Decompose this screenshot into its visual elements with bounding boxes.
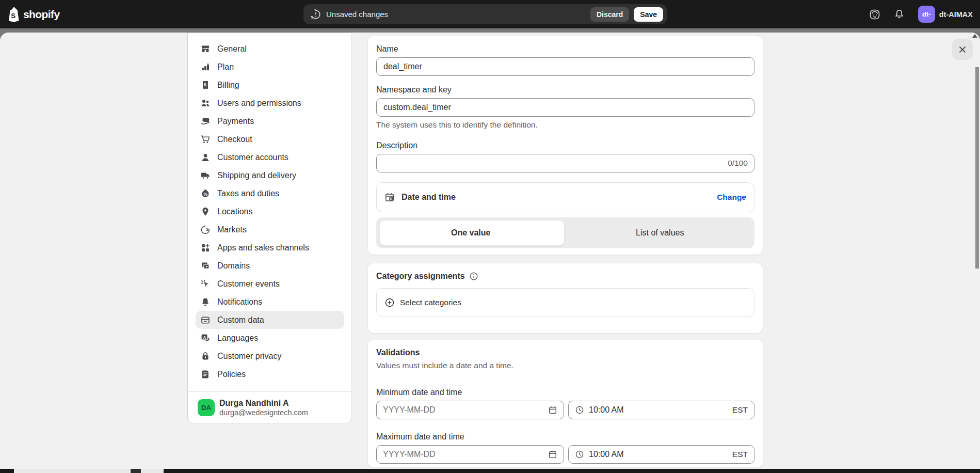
validations-title: Validations bbox=[376, 348, 754, 357]
scrollbar-up-arrow[interactable] bbox=[972, 34, 977, 38]
max-date-placeholder: YYYY-MM-DD bbox=[383, 450, 436, 459]
sidebar-item-shipping-and-delivery[interactable]: Shipping and delivery bbox=[196, 166, 344, 184]
category-assignments-card: Category assignments Select categories bbox=[368, 263, 763, 333]
store-menu[interactable]: dt- dt-AIMAX bbox=[918, 6, 973, 23]
sidebar-item-checkout[interactable]: Checkout bbox=[196, 130, 344, 148]
sidebar-item-languages[interactable]: ALanguages bbox=[196, 329, 344, 347]
sidebar-item-locations[interactable]: Locations bbox=[196, 202, 344, 220]
namespace-label: Namespace and key bbox=[376, 85, 754, 94]
min-timezone: EST bbox=[732, 405, 748, 415]
settings-sidebar: GeneralPlan$BillingUsers and permissions… bbox=[187, 33, 351, 423]
shopify-settings-modal-page: S shopify Unsaved changes Discard Save bbox=[0, 0, 980, 473]
min-date-input[interactable]: YYYY-MM-DD bbox=[376, 401, 564, 419]
close-icon bbox=[958, 45, 967, 54]
sidebar-item-users-and-permissions[interactable]: Users and permissions bbox=[196, 94, 344, 112]
shopify-bag-icon: S bbox=[7, 7, 21, 22]
one-value-segment[interactable]: One value bbox=[376, 217, 566, 248]
max-date-input[interactable]: YYYY-MM-DD bbox=[376, 445, 564, 464]
sidebar-item-domains[interactable]: Domains bbox=[196, 257, 344, 275]
truck-icon bbox=[200, 170, 211, 181]
sidebar-item-billing[interactable]: $Billing bbox=[196, 76, 344, 94]
sidebar-item-label: Custom data bbox=[217, 316, 264, 325]
plus-circle-icon bbox=[384, 297, 395, 308]
sidebar-item-customer-accounts[interactable]: Customer accounts bbox=[196, 148, 344, 166]
sidebar-item-label: Customer accounts bbox=[217, 153, 288, 162]
close-modal-button[interactable] bbox=[952, 39, 973, 60]
taxes-icon: % bbox=[200, 188, 211, 199]
max-time-input[interactable]: 10:00 AM EST bbox=[568, 445, 754, 464]
svg-text:S: S bbox=[11, 11, 15, 19]
globe-icon: $ bbox=[200, 225, 211, 235]
unsaved-changes-bar: Unsaved changes Discard Save bbox=[303, 4, 667, 24]
horizontal-scrollbar-thumb[interactable] bbox=[131, 469, 141, 473]
sidebar-item-label: Taxes and duties bbox=[217, 189, 279, 198]
sidebar-item-label: Notifications bbox=[217, 297, 262, 307]
sidebar-item-label: Customer events bbox=[217, 279, 280, 289]
horizontal-scrollbar-track[interactable] bbox=[14, 469, 164, 473]
sidebar-item-label: Locations bbox=[217, 207, 253, 216]
min-time-input[interactable]: 10:00 AM EST bbox=[568, 401, 754, 419]
store-name: dt-AIMAX bbox=[939, 10, 973, 19]
list-of-values-segment[interactable]: List of values bbox=[566, 217, 755, 248]
sidebar-item-label: Apps and sales channels bbox=[217, 243, 309, 253]
languages-icon: A bbox=[200, 333, 211, 343]
description-label: Description bbox=[376, 141, 754, 150]
sidebar-item-label: Users and permissions bbox=[217, 99, 301, 108]
sidebar-item-customer-events[interactable]: Customer events bbox=[196, 275, 344, 293]
name-input[interactable] bbox=[376, 57, 754, 76]
sidebar-item-markets[interactable]: $Markets bbox=[196, 220, 344, 239]
user-avatar: DA bbox=[198, 399, 215, 416]
unsaved-changes-label: Unsaved changes bbox=[326, 10, 388, 19]
calendar-clock-icon bbox=[384, 192, 395, 202]
clock-icon bbox=[575, 450, 584, 459]
sidebar-item-plan[interactable]: Plan bbox=[196, 58, 344, 76]
sidebar-item-label: Customer privacy bbox=[217, 352, 281, 361]
calendar-icon bbox=[548, 450, 557, 459]
bottom-bar bbox=[0, 469, 980, 473]
notifications-bell-icon[interactable] bbox=[894, 9, 905, 20]
sidebar-item-general[interactable]: General bbox=[196, 40, 344, 58]
validations-subtitle: Values must include a date and a time. bbox=[376, 361, 754, 370]
min-time-value: 10:00 AM bbox=[589, 405, 624, 415]
content-type-label: Date and time bbox=[401, 193, 456, 202]
sidebar-item-label: Languages bbox=[217, 334, 258, 343]
customdata-icon bbox=[200, 315, 211, 325]
sidebar-item-label: Payments bbox=[217, 117, 254, 126]
min-date-placeholder: YYYY-MM-DD bbox=[383, 405, 436, 415]
namespace-input[interactable] bbox=[376, 98, 754, 117]
definition-card: Name Namespace and key The system uses t… bbox=[368, 36, 763, 255]
info-icon[interactable] bbox=[469, 272, 478, 281]
select-categories-label: Select categories bbox=[400, 298, 461, 307]
sidebar-item-label: General bbox=[217, 44, 247, 54]
sidebar-item-label: Billing bbox=[217, 81, 239, 90]
sidebar-item-policies[interactable]: Policies bbox=[196, 365, 344, 383]
settings-modal: GeneralPlan$BillingUsers and permissions… bbox=[0, 33, 980, 469]
bell-side-icon bbox=[200, 297, 211, 307]
sidebar-item-payments[interactable]: Payments bbox=[196, 112, 344, 130]
sidebar-item-apps-and-sales-channels[interactable]: Apps and sales channels bbox=[196, 239, 344, 257]
sidebar-item-custom-data[interactable]: Custom data bbox=[196, 311, 344, 329]
namespace-help-text: The system uses this to identify the def… bbox=[376, 120, 754, 130]
shopify-wordmark: shopify bbox=[23, 8, 59, 21]
sidebar-item-label: Checkout bbox=[217, 135, 252, 144]
clock-icon bbox=[575, 405, 584, 415]
sidebar-item-label: Shipping and delivery bbox=[217, 171, 296, 180]
svg-text:$: $ bbox=[204, 82, 206, 87]
sidebar-item-customer-privacy[interactable]: Customer privacy bbox=[196, 347, 344, 365]
store-avatar: dt- bbox=[918, 6, 935, 23]
plan-icon bbox=[200, 62, 211, 72]
vertical-scrollbar-thumb[interactable] bbox=[975, 67, 979, 269]
pin-icon bbox=[200, 207, 211, 217]
sidebar-item-taxes-and-duties[interactable]: %Taxes and duties bbox=[196, 184, 344, 202]
description-input[interactable] bbox=[376, 154, 754, 172]
sidebar-item-label: Markets bbox=[217, 225, 247, 234]
sidebar-user[interactable]: DA Durga Nandhini A durga@wedesigntech.c… bbox=[198, 398, 308, 417]
shopify-logo[interactable]: S shopify bbox=[7, 0, 59, 28]
sidebar-item-notifications[interactable]: Notifications bbox=[196, 293, 344, 311]
discard-button[interactable]: Discard bbox=[590, 7, 629, 22]
change-type-link[interactable]: Change bbox=[717, 193, 746, 202]
user-email: durga@wedesigntech.com bbox=[219, 408, 308, 417]
save-button[interactable]: Save bbox=[634, 7, 663, 22]
select-categories-button[interactable]: Select categories bbox=[376, 288, 754, 317]
sidekick-assistant-icon[interactable] bbox=[869, 9, 880, 20]
